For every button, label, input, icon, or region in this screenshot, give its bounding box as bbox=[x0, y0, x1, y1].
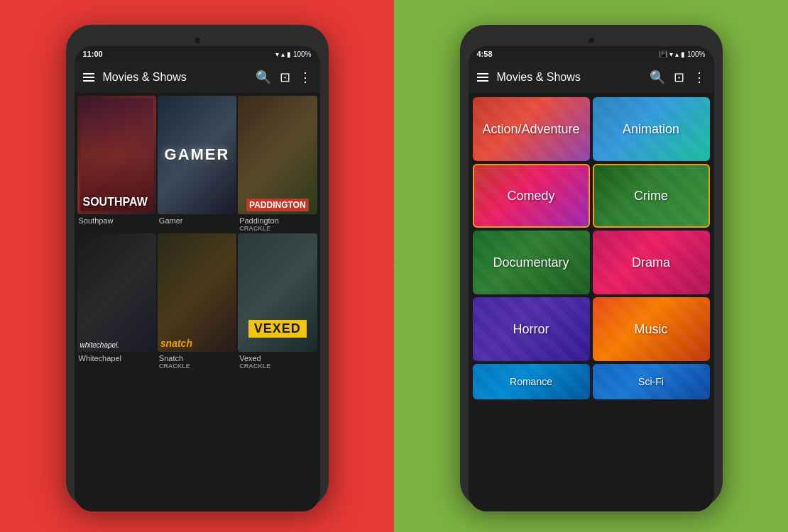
poster-snatch: snatch bbox=[158, 233, 236, 352]
right-menu-icon[interactable] bbox=[477, 73, 488, 82]
right-phone-top bbox=[469, 33, 714, 46]
movie-item-whitechapel[interactable]: whitechapel. Whitechapel bbox=[77, 233, 156, 370]
genre-horror[interactable]: Horror bbox=[473, 297, 590, 361]
vexed-label: VEXED bbox=[248, 320, 307, 338]
left-cast-icon[interactable]: ⊡ bbox=[280, 70, 290, 85]
whitechapel-label: whitechapel. bbox=[80, 341, 120, 349]
left-phone-top bbox=[75, 33, 320, 46]
left-status-icons: ▾ ▴ ▮ 100% bbox=[275, 50, 312, 58]
right-cast-icon[interactable]: ⊡ bbox=[674, 70, 684, 85]
left-time: 11:00 bbox=[83, 50, 103, 58]
southpaw-title: Southpaw bbox=[77, 214, 156, 225]
wifi-icon: ▾ bbox=[275, 50, 279, 58]
genre-documentary[interactable]: Documentary bbox=[473, 231, 590, 294]
genre-crime-label: Crime bbox=[634, 189, 668, 204]
left-menu-icon[interactable] bbox=[83, 73, 94, 82]
right-status-bar: 4:58 📳 ▾ ▴ ▮ 100% bbox=[469, 46, 714, 62]
battery-icon: ▮ bbox=[287, 50, 291, 58]
left-app-bar: Movies & Shows 🔍 ⊡ ⋮ bbox=[75, 62, 320, 93]
right-wifi-icon: ▾ bbox=[669, 50, 673, 58]
paddington-badge: CRACKLE bbox=[238, 225, 317, 232]
gamer-title: Gamer bbox=[158, 214, 236, 225]
gamer-label: GAMER bbox=[165, 145, 230, 164]
genre-documentary-label: Documentary bbox=[493, 255, 569, 270]
right-search-icon[interactable]: 🔍 bbox=[650, 70, 665, 85]
right-signal-icon: ▴ bbox=[675, 50, 679, 58]
right-more-icon[interactable]: ⋮ bbox=[693, 70, 706, 85]
vexed-badge: CRACKLE bbox=[238, 362, 317, 370]
right-phone: 4:58 📳 ▾ ▴ ▮ 100% Movies & Shows 🔍 ⊡ ⋮ bbox=[460, 25, 723, 507]
right-time: 4:58 bbox=[477, 50, 493, 58]
left-phone-inner: 11:00 ▾ ▴ ▮ 100% Movies & Shows 🔍 ⊡ ⋮ bbox=[75, 46, 320, 511]
poster-southpaw: SOUTHPAW bbox=[77, 96, 156, 214]
right-battery-text: 100% bbox=[687, 50, 706, 58]
vexed-title: Vexed bbox=[238, 352, 317, 362]
right-content: Action/Adventure Animation Comedy Crime … bbox=[469, 93, 714, 511]
snatch-title: Snatch bbox=[158, 352, 236, 362]
paddington-label: PADDINGTON bbox=[246, 199, 309, 211]
camera-dot bbox=[195, 38, 200, 43]
signal-icon: ▴ bbox=[281, 50, 285, 58]
movies-grid: SOUTHPAW Southpaw GAMER Gamer PADDI bbox=[75, 93, 320, 372]
movie-item-southpaw[interactable]: SOUTHPAW Southpaw bbox=[77, 96, 156, 232]
poster-vexed: VEXED bbox=[238, 233, 317, 352]
movie-item-snatch[interactable]: snatch Snatch CRACKLE bbox=[158, 233, 236, 370]
right-background: 4:58 📳 ▾ ▴ ▮ 100% Movies & Shows 🔍 ⊡ ⋮ bbox=[394, 0, 788, 532]
movie-item-vexed[interactable]: VEXED Vexed CRACKLE bbox=[238, 233, 317, 370]
genre-horror-label: Horror bbox=[513, 322, 549, 337]
left-phone: 11:00 ▾ ▴ ▮ 100% Movies & Shows 🔍 ⊡ ⋮ bbox=[66, 25, 329, 507]
southpaw-label: SOUTHPAW bbox=[83, 196, 148, 209]
left-content: SOUTHPAW Southpaw GAMER Gamer PADDI bbox=[75, 93, 320, 511]
poster-gamer: GAMER bbox=[158, 96, 236, 214]
right-phone-inner: 4:58 📳 ▾ ▴ ▮ 100% Movies & Shows 🔍 ⊡ ⋮ bbox=[469, 46, 714, 511]
genre-scifi[interactable]: Sci-Fi bbox=[593, 364, 710, 399]
genre-drama[interactable]: Drama bbox=[593, 231, 710, 294]
right-vibrate-icon: 📳 bbox=[659, 50, 667, 58]
left-search-icon[interactable]: 🔍 bbox=[256, 70, 271, 85]
genre-music[interactable]: Music bbox=[593, 297, 710, 361]
movie-item-paddington[interactable]: PADDINGTON Paddington CRACKLE bbox=[238, 96, 317, 232]
right-status-icons: 📳 ▾ ▴ ▮ 100% bbox=[659, 50, 706, 58]
genre-animation[interactable]: Animation bbox=[593, 97, 710, 161]
genre-animation-label: Animation bbox=[623, 122, 679, 137]
poster-paddington: PADDINGTON bbox=[238, 96, 317, 214]
genre-romance-label: Romance bbox=[510, 376, 552, 387]
left-more-icon[interactable]: ⋮ bbox=[299, 70, 312, 85]
right-app-bar: Movies & Shows 🔍 ⊡ ⋮ bbox=[469, 62, 714, 93]
southpaw-figure: SOUTHPAW bbox=[80, 99, 153, 211]
whitechapel-title: Whitechapel bbox=[77, 352, 156, 362]
movie-item-gamer[interactable]: GAMER Gamer bbox=[158, 96, 236, 232]
genre-grid: Action/Adventure Animation Comedy Crime … bbox=[469, 93, 714, 404]
genre-drama-label: Drama bbox=[632, 255, 670, 270]
genre-crime[interactable]: Crime bbox=[593, 164, 710, 228]
battery-text: 100% bbox=[293, 50, 312, 58]
genre-comedy-label: Comedy bbox=[507, 189, 554, 204]
genre-action[interactable]: Action/Adventure bbox=[473, 97, 590, 161]
left-app-title: Movies & Shows bbox=[103, 71, 247, 84]
right-app-title: Movies & Shows bbox=[497, 71, 641, 84]
right-battery-icon: ▮ bbox=[681, 50, 685, 58]
genre-action-label: Action/Adventure bbox=[482, 122, 579, 137]
genre-romance[interactable]: Romance bbox=[473, 364, 590, 399]
left-status-bar: 11:00 ▾ ▴ ▮ 100% bbox=[75, 46, 320, 62]
snatch-badge: CRACKLE bbox=[158, 362, 236, 370]
right-camera-dot bbox=[589, 38, 594, 43]
genre-scifi-label: Sci-Fi bbox=[638, 376, 664, 387]
left-background: 11:00 ▾ ▴ ▮ 100% Movies & Shows 🔍 ⊡ ⋮ bbox=[0, 0, 394, 532]
genre-music-label: Music bbox=[634, 322, 667, 337]
genre-comedy[interactable]: Comedy bbox=[473, 164, 590, 228]
paddington-title: Paddington bbox=[238, 214, 317, 225]
snatch-label: snatch bbox=[160, 338, 192, 349]
poster-whitechapel: whitechapel. bbox=[77, 233, 156, 352]
